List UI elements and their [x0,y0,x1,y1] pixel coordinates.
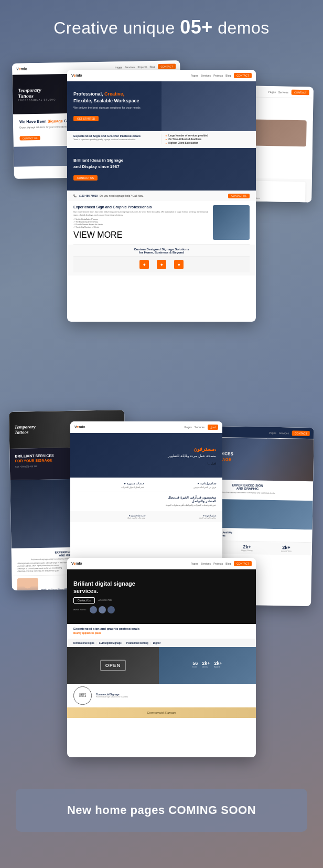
footer-icon-3 [174,260,184,269]
title-prefix: Creative unique [53,18,180,37]
coming-soon-banner: New home pages COMING SOON [16,789,307,832]
arabic-hero-title: مسترفون، [168,446,216,452]
footer-icon-2 [157,260,166,269]
tattoo-logo: TemporaryTattoos [18,87,56,99]
card-logo: Vemlo [71,73,82,77]
bottom-cluster: TemporaryTattoos Brilliant ServicesFor Y… [10,411,313,768]
demo-card-digital[interactable]: Vemlo Pages Services Projects Blog CONTA… [67,558,256,757]
top-cluster: Vemlo Pages Services Projects Blog CONTA… [10,54,313,406]
demos-section: Vemlo Pages Services Projects Blog CONTA… [10,54,313,773]
card-logo: Vemlo [71,562,82,565]
page-header: Creative unique 05+ demos [53,16,270,38]
card-logo: Vemlo [74,425,85,429]
card-phone: +123 456 78910 [79,194,98,197]
card-logo: Vemlo [16,67,27,70]
page-wrapper: Creative unique 05+ demos Vemlo Pages Se… [0,0,323,868]
footer-icon-1 [139,260,149,269]
arabic-hero-subtitle: مسحة عمل مرنة وقابلة للتطوير [168,453,216,459]
cabot-circle-icon: CabotCircle [73,686,92,705]
services-strip: Dimensional signs | LED Digital Signage … [67,639,256,647]
card-footer-text: Custom Designed Signage Solutionsfor Hom… [73,248,250,254]
coming-soon-text: New home pages COMING SOON [67,803,256,817]
page-title: Creative unique 05+ demos [53,16,270,38]
card-view-more[interactable]: VIEW MORE [73,230,210,240]
commercial-signage-label: Commercial Signage [147,711,176,714]
demo-card-main[interactable]: Vemlo Pages Services Projects Blog CONTA… [67,70,256,322]
card-contact-btn[interactable]: CONTACT US [20,136,40,141]
card-hero-title: Briliant digital signageservices. [73,580,250,595]
title-highlight: 05+ [180,16,213,38]
card-hero-btn[interactable]: GET STARTED [73,116,99,121]
card-contact-btn2[interactable]: CONTACT US [228,194,250,198]
title-suffix: demos [213,18,270,37]
